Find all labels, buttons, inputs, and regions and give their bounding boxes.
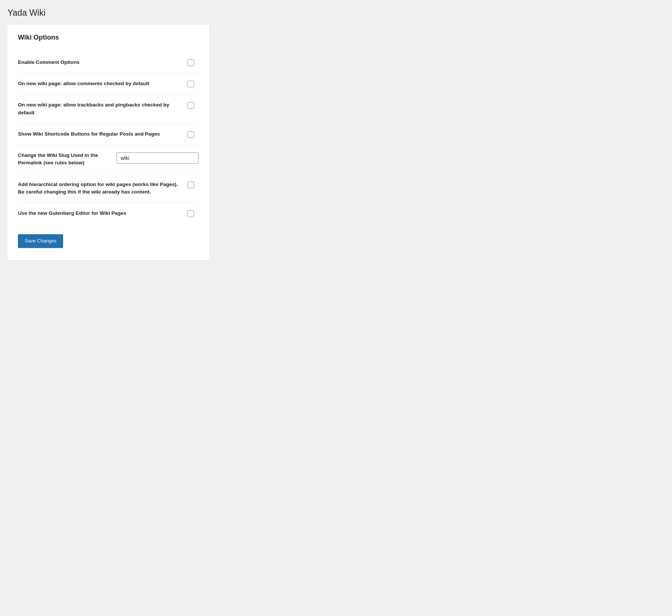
card-title: Wiki Options xyxy=(18,34,199,41)
options-card: Wiki Options Enable Comment OptionsOn ne… xyxy=(7,25,209,260)
option-control-comments-checked-default[interactable] xyxy=(187,80,199,87)
checkbox-shortcode-buttons[interactable] xyxy=(187,131,194,138)
checkbox-comments-checked-default[interactable] xyxy=(187,81,194,87)
option-control-shortcode-buttons[interactable] xyxy=(187,130,199,138)
option-label-shortcode-buttons: Show Wiki Shortcode Buttons for Regular … xyxy=(18,130,187,138)
main-content: Wiki Options Enable Comment OptionsOn ne… xyxy=(0,25,672,260)
option-label-comments-checked-default: On new wiki page: allow comments checked… xyxy=(18,80,187,87)
option-control-trackbacks-checked-default[interactable] xyxy=(187,101,199,109)
checkbox-hierarchical-ordering[interactable] xyxy=(187,182,194,188)
option-label-gutenberg-editor: Use the new Gutenberg Editor for Wiki Pa… xyxy=(18,210,187,217)
option-label-enable-comment-options: Enable Comment Options xyxy=(18,59,187,66)
option-label-hierarchical-ordering: Add hierarchical ordering option for wik… xyxy=(18,181,187,196)
option-row: Change the Wiki Slug Used in the Permali… xyxy=(18,145,199,174)
option-label-wiki-slug: Change the Wiki Slug Used in the Permali… xyxy=(18,152,116,167)
options-container: Enable Comment OptionsOn new wiki page: … xyxy=(18,52,199,224)
checkbox-gutenberg-editor[interactable] xyxy=(187,210,194,217)
option-row: Add hierarchical ordering option for wik… xyxy=(18,174,199,203)
checkbox-trackbacks-checked-default[interactable] xyxy=(187,102,194,109)
option-control-wiki-slug[interactable] xyxy=(116,152,199,164)
option-control-enable-comment-options[interactable] xyxy=(187,59,199,66)
text-input-wiki-slug[interactable] xyxy=(116,152,199,164)
option-label-trackbacks-checked-default: On new wiki page: allow trackbacks and p… xyxy=(18,101,187,117)
option-control-hierarchical-ordering[interactable] xyxy=(187,181,199,188)
page-title: Yada Wiki xyxy=(7,7,665,19)
option-row: Use the new Gutenberg Editor for Wiki Pa… xyxy=(18,202,199,224)
option-row: On new wiki page: allow trackbacks and p… xyxy=(18,94,199,123)
option-row: On new wiki page: allow comments checked… xyxy=(18,73,199,94)
option-row: Show Wiki Shortcode Buttons for Regular … xyxy=(18,123,199,145)
option-row: Enable Comment Options xyxy=(18,52,199,73)
option-control-gutenberg-editor[interactable] xyxy=(187,210,199,217)
save-changes-button[interactable]: Save Changes xyxy=(18,234,63,248)
checkbox-enable-comment-options[interactable] xyxy=(187,59,194,66)
